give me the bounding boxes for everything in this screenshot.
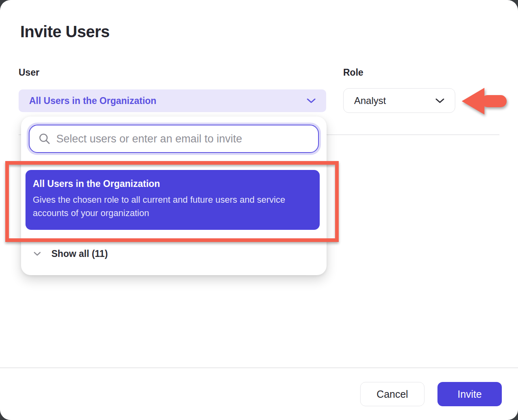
cancel-button[interactable]: Cancel	[360, 382, 425, 406]
user-field-label: User	[19, 67, 39, 78]
chevron-down-icon	[435, 98, 444, 104]
search-box	[29, 125, 319, 153]
user-select[interactable]: All Users in the Organization	[19, 89, 326, 112]
role-field-label: Role	[343, 67, 363, 78]
chevron-down-icon	[307, 98, 316, 104]
user-select-dropdown-panel: All Users in the Organization Gives the …	[21, 117, 327, 275]
option-all-users-in-organization[interactable]: All Users in the Organization Gives the …	[25, 170, 320, 230]
role-select[interactable]: Analyst	[343, 88, 455, 113]
role-select-value: Analyst	[354, 95, 435, 106]
option-description: Gives the chosen role to all current and…	[33, 193, 308, 220]
red-arrow-icon	[461, 87, 507, 115]
user-select-value: All Users in the Organization	[29, 95, 307, 106]
show-all-label: Show all (11)	[51, 248, 108, 259]
option-title: All Users in the Organization	[33, 178, 312, 189]
page-title: Invite Users	[20, 23, 110, 41]
footer-divider	[0, 367, 518, 368]
search-field-wrapper	[27, 123, 321, 155]
search-input[interactable]	[56, 133, 309, 145]
invite-users-dialog: Invite Users User Role All Users in the …	[0, 0, 518, 420]
search-icon	[38, 133, 51, 145]
chevron-down-icon	[34, 251, 41, 256]
invite-button[interactable]: Invite	[437, 382, 502, 406]
show-all-toggle[interactable]: Show all (11)	[25, 244, 320, 263]
